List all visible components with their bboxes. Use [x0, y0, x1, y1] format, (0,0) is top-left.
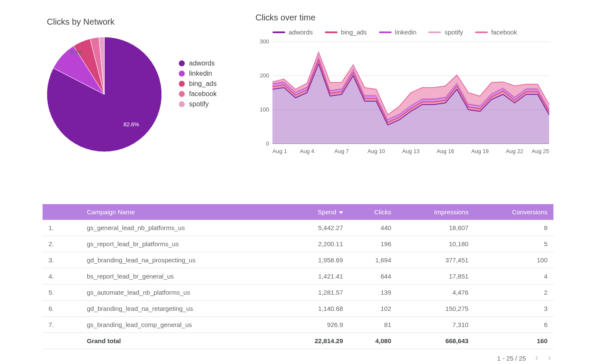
cell-conversions: 160: [474, 333, 553, 349]
cell-spend: 926.9: [282, 317, 349, 333]
y-tick-label: 200: [260, 72, 269, 79]
cell-impressions: 10,180: [397, 236, 474, 252]
table-pager: 1 - 25 / 25 ‹ ›: [43, 353, 553, 363]
cell-name: Grand total: [81, 333, 282, 349]
line-legend-item-facebook[interactable]: facebook: [475, 28, 517, 36]
cell-clicks: 196: [349, 236, 397, 252]
legend-dot-icon: [179, 101, 185, 107]
cell-impressions: 4,476: [397, 284, 474, 301]
cell-conversions: 8: [474, 220, 553, 236]
col-impressions[interactable]: Impressions: [397, 204, 474, 220]
cell-idx: [43, 333, 81, 349]
line-chart-legend: adwordsbing_adslinkedinspotifyfacebook: [272, 28, 553, 36]
cell-impressions: 17,851: [397, 268, 474, 284]
line-legend-item-linkedin[interactable]: linkedin: [379, 28, 417, 36]
legend-label: spotify: [189, 100, 209, 108]
line-legend-item-bing_ads[interactable]: bing_ads: [325, 28, 367, 36]
x-tick-label: Aug 10: [367, 148, 385, 154]
cell-idx: 5.: [43, 284, 81, 301]
table-row-grand-total: Grand total22,814.294,080668,643160: [43, 333, 553, 349]
cell-spend: 1,281.57: [282, 284, 349, 301]
cell-name: bs_report_lead_br_general_us: [81, 268, 282, 284]
campaign-table-card: Campaign Name Spend Clicks Impressions C…: [43, 204, 553, 363]
table-header-row: Campaign Name Spend Clicks Impressions C…: [43, 204, 553, 220]
cell-spend: 2,200.11: [282, 236, 349, 252]
cell-name: gs_general_lead_nb_platforms_us: [81, 220, 282, 236]
cell-name: gd_branding_lead_na_prospecting_us: [81, 252, 282, 268]
cell-name: gs_branding_lead_comp_general_us: [81, 317, 282, 333]
x-tick-label: Aug 25: [532, 148, 549, 154]
y-tick-label: 300: [260, 38, 269, 45]
pie-legend-item-spotify[interactable]: spotify: [179, 99, 217, 109]
line-legend-item-spotify[interactable]: spotify: [428, 28, 463, 36]
cell-spend: 5,442.27: [282, 220, 349, 236]
pager-next-icon[interactable]: ›: [548, 353, 551, 363]
cell-conversions: 4: [474, 268, 553, 284]
cell-conversions: 2: [474, 284, 553, 301]
cell-idx: 2.: [43, 236, 81, 252]
x-tick-label: Aug 4: [300, 148, 314, 154]
pie-legend-item-linkedin[interactable]: linkedin: [179, 68, 217, 79]
x-tick-label: Aug 22: [506, 148, 523, 154]
cell-idx: 6.: [43, 301, 81, 317]
pie-label-adwords: 82.6%: [123, 121, 139, 128]
cell-idx: 7.: [43, 317, 81, 333]
line-chart: 0100200300Aug 1Aug 4Aug 7Aug 10Aug 13Aug…: [255, 37, 553, 156]
cell-idx: 4.: [43, 268, 81, 284]
legend-swatch-icon: [325, 31, 338, 33]
x-tick-label: Aug 1: [272, 148, 287, 154]
x-tick-label: Aug 13: [402, 148, 419, 154]
cell-name: gs_automate_lead_nb_platforms_us: [81, 284, 282, 301]
pie-label-linkedin: 8.4%: [70, 49, 83, 55]
cell-name: gs_report_lead_br_platforms_us: [81, 236, 282, 252]
cell-spend: 1,958.69: [282, 252, 349, 268]
campaign-table: Campaign Name Spend Clicks Impressions C…: [43, 204, 553, 349]
x-tick-label: Aug 16: [437, 148, 454, 154]
legend-label: spotify: [444, 28, 463, 36]
col-conversions[interactable]: Conversions: [474, 204, 553, 220]
legend-swatch-icon: [428, 31, 441, 33]
cell-idx: 1.: [43, 220, 81, 236]
cell-clicks: 4,080: [349, 333, 397, 349]
col-clicks[interactable]: Clicks: [349, 204, 397, 220]
legend-dot-icon: [179, 81, 185, 87]
legend-swatch-icon: [272, 31, 285, 33]
legend-dot-icon: [179, 60, 185, 66]
cell-impressions: 668,643: [397, 333, 474, 349]
col-campaign-name[interactable]: Campaign Name: [81, 204, 282, 220]
y-tick-label: 0: [266, 140, 269, 147]
table-row[interactable]: 1.gs_general_lead_nb_platforms_us5,442.2…: [43, 220, 553, 236]
table-row[interactable]: 7.gs_branding_lead_comp_general_us926.98…: [43, 317, 553, 333]
table-row[interactable]: 2.gs_report_lead_br_platforms_us2,200.11…: [43, 236, 553, 252]
cell-conversions: 5: [474, 236, 553, 252]
table-row[interactable]: 4.bs_report_lead_br_general_us1,421.4164…: [43, 268, 553, 284]
table-row[interactable]: 6.gd_branding_lead_na_retargeting_us1,14…: [43, 301, 553, 317]
cell-impressions: 150,275: [397, 301, 474, 317]
cell-conversions: 100: [474, 252, 553, 268]
legend-label: bing_ads: [341, 28, 367, 36]
legend-swatch-icon: [379, 31, 392, 33]
cell-impressions: 377,451: [397, 252, 474, 268]
col-spend[interactable]: Spend: [282, 204, 349, 220]
cell-conversions: 6: [474, 317, 553, 333]
clicks-by-network-card: Clicks by Network 82.6%8.4% adwordslinke…: [43, 13, 238, 170]
x-tick-label: Aug 19: [471, 148, 489, 154]
cell-conversions: 3: [474, 301, 553, 317]
pie-legend-item-facebook[interactable]: facebook: [179, 89, 217, 99]
pie-chart-title: Clicks by Network: [47, 17, 238, 27]
pie-legend-item-adwords[interactable]: adwords: [179, 58, 217, 68]
pager-range: 1 - 25 / 25: [497, 355, 526, 362]
cell-impressions: 7,310: [397, 317, 474, 333]
legend-label: adwords: [189, 60, 215, 67]
line-chart-title: Clicks over time: [255, 13, 553, 23]
sort-desc-icon: [339, 211, 343, 214]
table-row[interactable]: 3.gd_branding_lead_na_prospecting_us1,95…: [43, 252, 553, 268]
legend-label: linkedin: [395, 28, 417, 36]
col-index[interactable]: [43, 204, 81, 220]
pager-prev-icon[interactable]: ‹: [535, 353, 538, 363]
pie-legend-item-bing_ads[interactable]: bing_ads: [179, 79, 217, 89]
table-row[interactable]: 5.gs_automate_lead_nb_platforms_us1,281.…: [43, 284, 553, 301]
pie-chart: 82.6%8.4%: [43, 33, 166, 158]
legend-label: bing_ads: [189, 80, 217, 88]
line-legend-item-adwords[interactable]: adwords: [272, 28, 313, 36]
